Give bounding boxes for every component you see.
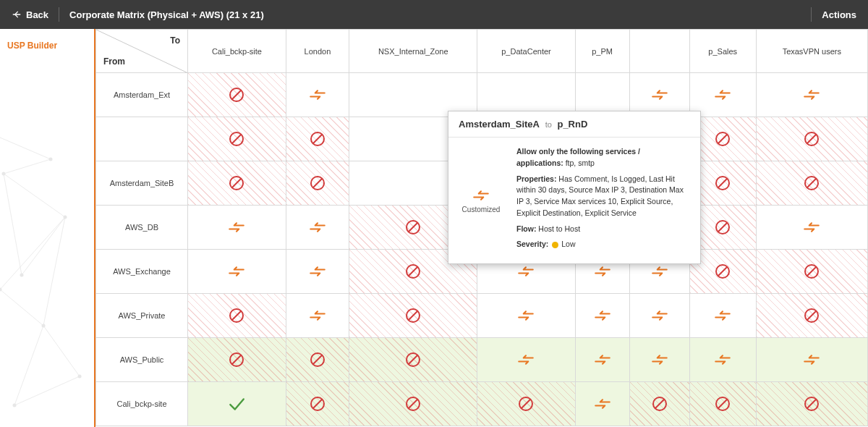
matrix-cell[interactable] — [756, 338, 867, 382]
matrix-cell[interactable] — [286, 117, 349, 161]
deny-icon — [228, 351, 245, 368]
matrix-cell[interactable] — [188, 250, 286, 294]
swap-icon — [472, 188, 490, 203]
tooltip-header: Amsterdam_SiteA to p_RnD — [448, 111, 700, 138]
matrix-cell[interactable] — [629, 382, 689, 426]
swap-icon — [713, 308, 732, 323]
tooltip-flow-label: Flow: — [516, 224, 536, 233]
matrix-cell[interactable] — [188, 161, 286, 206]
swap-icon — [650, 308, 669, 323]
swap-icon — [802, 220, 821, 234]
matrix-cell[interactable] — [689, 382, 756, 426]
matrix-cell[interactable] — [756, 73, 867, 117]
matrix-cell[interactable] — [286, 73, 349, 117]
matrix-cell[interactable] — [188, 73, 286, 117]
matrix-cell[interactable] — [629, 294, 689, 338]
matrix-cell[interactable] — [575, 338, 629, 382]
matrix-cell[interactable] — [477, 294, 575, 338]
matrix-cell[interactable] — [756, 250, 867, 294]
matrix-cell[interactable] — [286, 382, 349, 426]
svg-line-16 — [718, 135, 727, 143]
deny-icon — [714, 130, 731, 148]
matrix-cell[interactable] — [286, 338, 349, 382]
svg-line-10 — [232, 90, 241, 99]
svg-line-64 — [807, 399, 816, 408]
matrix-cell[interactable] — [188, 294, 286, 338]
matrix-cell[interactable] — [629, 338, 689, 382]
matrix-cell[interactable] — [286, 294, 349, 338]
row-header[interactable]: AWS_Public — [96, 338, 188, 382]
tooltip-from: Amsterdam_SiteA — [459, 119, 540, 130]
deny-icon — [404, 307, 422, 324]
sidebar-label[interactable]: USP Builder — [7, 41, 87, 51]
matrix-cell[interactable] — [756, 382, 867, 426]
matrix-cell[interactable] — [286, 250, 349, 294]
col-header[interactable]: NSX_Internal_Zone — [349, 30, 477, 73]
row-header[interactable]: Amsterdam_Ext — [96, 73, 188, 117]
from-label: From — [103, 56, 125, 67]
matrix-cell[interactable] — [188, 117, 286, 161]
matrix-cell[interactable] — [349, 338, 477, 382]
deny-icon — [517, 395, 535, 413]
matrix-cell[interactable] — [477, 338, 575, 382]
row-header[interactable]: AWS_DB — [96, 206, 188, 250]
matrix-cell[interactable] — [689, 294, 756, 338]
matrix-cell[interactable] — [756, 294, 867, 338]
matrix-cell[interactable] — [575, 294, 629, 338]
col-header[interactable]: p_Sales — [689, 30, 756, 73]
back-button[interactable]: Back — [12, 9, 48, 20]
tooltip-sev-label: Severity: — [516, 240, 548, 248]
tooltip-details: Allow only the following services / appl… — [514, 138, 700, 263]
arrow-left-icon — [12, 9, 22, 20]
row-header[interactable]: Amsterdam_SiteA — [96, 117, 188, 161]
svg-line-36 — [409, 267, 417, 276]
row-header[interactable]: Amsterdam_SiteB — [96, 161, 188, 206]
deny-icon — [803, 395, 820, 413]
svg-line-28 — [409, 223, 417, 232]
col-header[interactable]: London — [286, 30, 349, 73]
swap-icon — [802, 352, 821, 367]
col-header[interactable]: p_PM — [575, 30, 629, 73]
matrix-cell[interactable] — [188, 382, 286, 426]
mesh-decor-icon — [0, 29, 94, 427]
svg-line-46 — [807, 311, 816, 320]
row-header[interactable]: AWS_Private — [96, 294, 188, 338]
matrix-cell[interactable] — [756, 161, 867, 206]
deny-icon — [228, 174, 245, 192]
deny-icon — [651, 395, 668, 413]
matrix-cell[interactable] — [575, 382, 629, 426]
col-header[interactable]: p_DataCenter — [477, 30, 575, 73]
actions-menu[interactable]: Actions — [822, 9, 856, 20]
deny-icon — [228, 130, 245, 148]
deny-icon — [714, 395, 731, 413]
swap-icon — [308, 264, 327, 279]
swap-icon — [227, 264, 246, 279]
swap-icon — [650, 352, 669, 367]
matrix-cell[interactable] — [286, 161, 349, 206]
svg-line-58 — [522, 399, 530, 408]
matrix-cell[interactable] — [286, 206, 349, 250]
col-header[interactable]: TexasVPN users — [756, 30, 867, 73]
matrix-cell[interactable] — [756, 206, 867, 250]
matrix-cell[interactable] — [188, 338, 286, 382]
row-header[interactable]: Cali_bckp-site — [96, 382, 188, 426]
deny-icon — [803, 174, 820, 192]
tooltip-allow-value: ftp, smtp — [566, 158, 595, 167]
col-header[interactable]: Cali_bckp-site — [188, 30, 286, 73]
matrix-cell[interactable] — [349, 382, 477, 426]
deny-icon — [228, 307, 245, 324]
swap-icon — [516, 352, 535, 367]
svg-point-6 — [13, 404, 17, 407]
back-label: Back — [26, 9, 48, 20]
matrix-cell[interactable] — [689, 338, 756, 382]
col-header[interactable]: p_RnD — [629, 30, 689, 73]
matrix-cell[interactable] — [188, 206, 286, 250]
matrix-cell[interactable] — [756, 117, 867, 161]
svg-point-4 — [0, 288, 2, 292]
svg-line-34 — [718, 223, 727, 232]
svg-line-18 — [807, 135, 816, 143]
matrix-cell[interactable] — [349, 294, 477, 338]
row-header[interactable]: AWS_Exchange — [96, 250, 188, 294]
swap-icon — [593, 397, 612, 411]
matrix-cell[interactable] — [477, 382, 575, 426]
